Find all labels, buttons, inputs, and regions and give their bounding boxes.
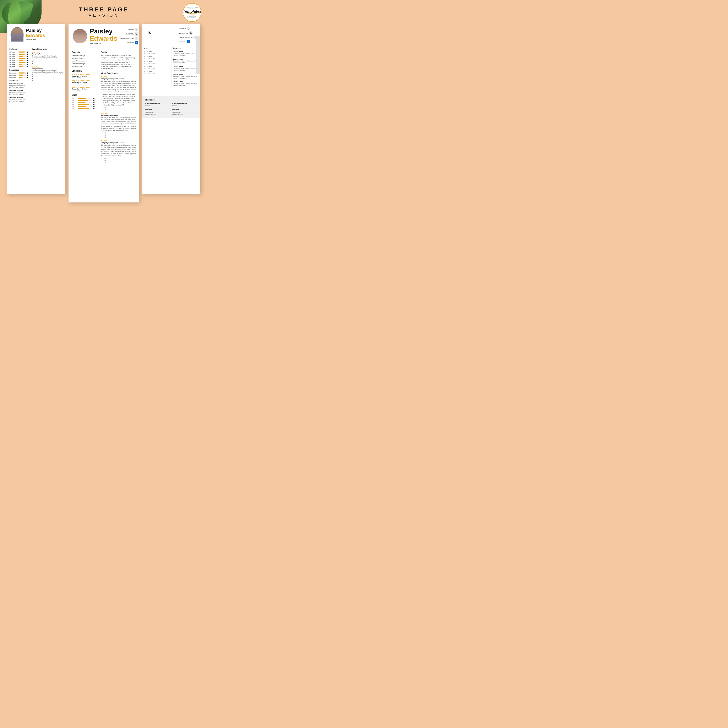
page2-first-name: Paisley [26, 28, 62, 33]
skill-row: Software [9, 51, 28, 53]
education-item: Degree or Master Name University or Coll… [72, 73, 95, 78]
course-snippet: of the contents more than 2 lines. [144, 50, 170, 54]
expertise-item: Area of Knowledge [72, 63, 95, 64]
course-snippet: of the contents more than 2 lines. [144, 70, 170, 74]
volunteer-list: Volunteer Program Background information… [9, 83, 28, 102]
expertise-item: Area of Knowledge [72, 66, 95, 67]
expertise-list: Area of Knowledge Area of Knowledge Area… [72, 55, 95, 67]
contact-linkedin: username in [127, 41, 138, 44]
course-item: Course Name Description of the contents … [173, 50, 199, 57]
skill-item: Skill [72, 108, 95, 109]
phone-icon: 📞 [135, 32, 138, 36]
course-snippet: of the contents more than 2 lines. [144, 66, 170, 69]
course-snippet: of the contents more than 2 lines. [144, 60, 170, 64]
references-title: References [145, 99, 197, 101]
expertise-item: Area of Knowledge [72, 55, 95, 57]
skill-row: Software [9, 58, 28, 59]
contact-phone: 123.456.7891 📞 [125, 32, 138, 36]
resume-page-2: Paisley Edwards Job Title Here Software … [7, 24, 66, 194]
job-entry-1: Job Title Company Name | YYYY - YYYY Bri… [101, 76, 136, 111]
job-entry: Job Title Company Name | Brief descripti… [32, 66, 63, 81]
page3-left-snippets: rses of the contents more than 2 lines. … [144, 47, 171, 89]
language-row: Language [9, 74, 28, 76]
job-entry: Job Title Company Name | Brief descripti… [32, 51, 63, 64]
skill-row: Software [9, 64, 28, 65]
course-item: Course Name Description of the contents … [173, 81, 199, 87]
linkedin-icon: in [135, 41, 138, 44]
center-last-name: Edwards [90, 35, 117, 42]
page-header: THREE PAGE VERSION [0, 0, 208, 22]
references-section: References Name and Surname Position Com… [142, 96, 200, 118]
page2-content: Software Software Software [7, 44, 66, 105]
skill-item: Skill [72, 101, 95, 103]
education-item: Degree or Master Name University or Coll… [72, 86, 95, 91]
p3-contact-email: yourname@mail.com ✉ [179, 36, 197, 39]
p3-contact-phone: 123.456.7891 📞 [179, 31, 197, 35]
courses-title: Courses [173, 47, 199, 49]
page2-job-title: Job Title Here [26, 38, 62, 40]
profile-heading: Profile [101, 51, 136, 54]
page3-right-courses: Courses Course Name Description of the c… [171, 47, 199, 89]
skill-item: Skill [72, 99, 95, 101]
location-icon: 🏠 [135, 28, 138, 31]
p3-phone-icon: 📞 [189, 31, 193, 35]
expertise-item: Area of Knowledge [72, 57, 95, 59]
page3-header: ls City, State 🏠 123.456.7891 📞 yourname… [142, 24, 200, 46]
volunteer-item: Volunteer Program Background information… [9, 83, 28, 89]
center-right-col: Profile You can include "about me" or "p… [98, 47, 139, 166]
references-grid: Name and Surname Position Company 123.45… [145, 102, 197, 116]
course-item: Course Name Description of the contents … [173, 73, 199, 80]
contact-city: City, State 🏠 [127, 28, 138, 31]
center-avatar [73, 29, 87, 43]
logo-design: design [189, 14, 195, 16]
reference-item-1: Name and Surname Position Company 123.45… [145, 102, 170, 116]
center-body: Expertise Area of Knowledge Area of Know… [69, 47, 139, 166]
brand-logo: INCREASE YOUR CHANCES Templates design F… [183, 3, 202, 22]
expertise-item: Area of Knowledge [72, 60, 95, 62]
center-header: Paisley Edwards Job Title Here City, Sta… [69, 24, 139, 47]
resume-page-3: ls City, State 🏠 123.456.7891 📞 yourname… [142, 24, 200, 194]
languages-title: Languages [9, 69, 28, 71]
skill-row: Software [9, 60, 28, 61]
work-exp-list: Job Title Company Name | YYYY - YYYY Bri… [101, 76, 136, 164]
page2-right-col: Work Experience Job Title Company Name |… [30, 44, 66, 105]
email-icon: ✉ [135, 37, 138, 40]
work-exp-heading: Work Experience [101, 72, 136, 74]
education-list: Degree or Master Name University or Coll… [72, 73, 95, 91]
skill-row: Software [9, 54, 28, 55]
skill-row: Software [9, 62, 28, 63]
skill-row: Software [9, 66, 28, 67]
title-main: THREE PAGE [0, 6, 208, 13]
title-sub: VERSION [0, 13, 208, 18]
page3-contact: City, State 🏠 123.456.7891 📞 yourname@ma… [179, 27, 197, 43]
volunteer-item: Volunteer Program Background information… [9, 96, 28, 102]
center-first-name: Paisley [90, 28, 117, 35]
accent-bar [196, 36, 200, 74]
page3-name-partial: ls [147, 30, 177, 35]
page2-name-block: Paisley Edwards Job Title Here [26, 28, 62, 40]
volunteer-title: Volunteer [9, 80, 28, 82]
page2-avatar [11, 28, 24, 41]
logo-text: Templates [183, 9, 201, 13]
page3-courses-section: rses of the contents more than 2 lines. … [142, 46, 200, 90]
education-heading: Education [72, 70, 95, 72]
p3-contact-linkedin: username in [179, 40, 197, 43]
job-entry-2: Job Title Company Name | YYYY - YYYY Bri… [101, 112, 136, 138]
profile-text: You can include "about me" or "profile" … [101, 55, 136, 70]
skills-list: Skill Skill Skill Sk [72, 97, 95, 109]
work-exp-title: Work Experience [32, 48, 63, 50]
center-job-title: Job Title Here [90, 43, 117, 44]
language-row: Language [9, 72, 28, 74]
courses-partial-title: rses [144, 47, 170, 49]
course-item: Course Name Description of the contents … [173, 58, 199, 64]
page2-left-col: Software Software Software [7, 44, 30, 105]
page2-last-name: Edwards [26, 33, 62, 38]
course-item: Course Name Description of the contents … [173, 66, 199, 72]
skill-item: Skill [72, 97, 95, 99]
skill-row: Software [9, 55, 28, 57]
languages-list: Language Language [9, 72, 28, 78]
reference-item-2: Name and Surname Position Company 123.45… [172, 102, 197, 116]
course-snippet: of the contents more than 2 lines. [144, 55, 170, 59]
resume-page-1: Paisley Edwards Job Title Here City, Sta… [69, 24, 139, 202]
skills-heading: Skills [72, 94, 95, 96]
